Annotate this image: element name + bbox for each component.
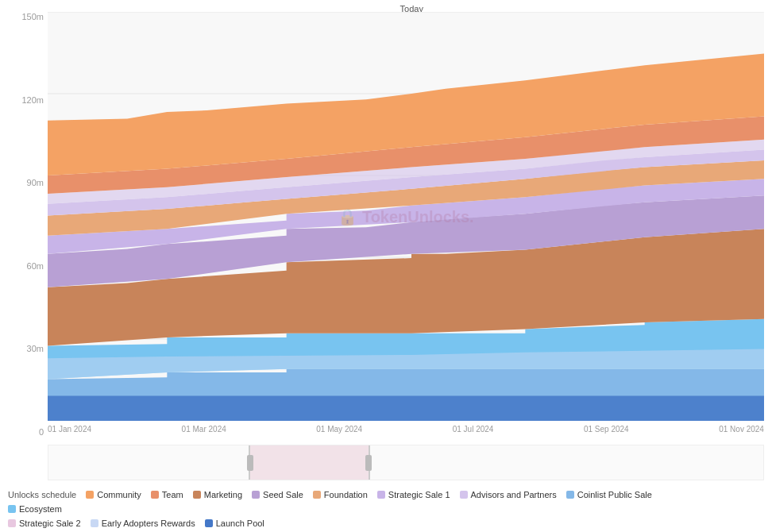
x-label-jul: 01 Jul 2024 (453, 425, 494, 434)
early-adopters-label: Early Adopters Rewards (102, 519, 195, 528)
seed-sale-label: Seed Sale (263, 490, 303, 499)
x-label-nov: 01 Nov 2024 (719, 425, 764, 434)
legend-item-advisors: Advisors and Partners (460, 490, 557, 499)
x-label-sep: 01 Sep 2024 (584, 425, 629, 434)
ecosystem-label: Ecosystem (19, 504, 62, 514)
minimap-selection[interactable] (249, 445, 370, 480)
foundation-label: Foundation (324, 490, 368, 499)
legend-item-strategic-sale-1: Strategic Sale 1 (377, 490, 450, 499)
y-label-60m: 60m (27, 261, 48, 271)
x-axis: 01 Jan 2024 01 Mar 2024 01 May 2024 01 J… (48, 421, 764, 437)
minimap[interactable] (48, 445, 764, 480)
x-label-mar: 01 Mar 2024 (182, 425, 226, 434)
y-axis: 0 30m 60m 90m 120m 150m (8, 12, 48, 437)
y-label-0: 0 (39, 427, 48, 437)
legend-item-launch-pool: Launch Pool (205, 519, 264, 528)
strategic-sale-1-dot (377, 491, 385, 499)
y-label-120m: 120m (21, 95, 48, 105)
chart-svg (48, 12, 764, 421)
y-label-30m: 30m (27, 344, 48, 353)
legend-item-foundation: Foundation (313, 490, 368, 499)
early-adopters-dot (91, 519, 98, 527)
legend: Unlocks schedule Community Team Marketin… (8, 490, 764, 528)
launch-pool-dot (205, 519, 213, 527)
community-dot (86, 491, 94, 499)
community-label: Community (97, 490, 141, 499)
chart-container: Today Chart in UTC + 00:00 Time 0 30m 60… (0, 0, 772, 532)
strategic-sale-2-dot (8, 519, 16, 527)
advisors-label: Advisors and Partners (471, 490, 557, 499)
minimap-left-handle[interactable] (247, 455, 253, 471)
legend-item-ecosystem: Ecosystem (8, 504, 764, 514)
unlocks-schedule-label: Unlocks schedule (8, 490, 76, 499)
marketing-dot (193, 491, 201, 499)
legend-item-team: Team (151, 490, 183, 499)
legend-item-coinlist: Coinlist Public Sale (566, 490, 652, 499)
legend-item-community: Community (86, 490, 141, 499)
legend-item-strategic-sale-2: Strategic Sale 2 (8, 519, 81, 528)
coinlist-label: Coinlist Public Sale (577, 490, 652, 499)
legend-item-seed-sale: Seed Sale (252, 490, 303, 499)
x-label-jan: 01 Jan 2024 (48, 425, 91, 434)
y-label-90m: 90m (27, 178, 48, 187)
seed-sale-dot (252, 491, 260, 499)
legend-item-early-adopters: Early Adopters Rewards (91, 519, 195, 528)
chart-area: 🔒 TokenUnlocks. (48, 12, 764, 421)
minimap-right-handle[interactable] (365, 455, 372, 471)
launch-pool-label: Launch Pool (216, 519, 264, 528)
x-label-may: 01 May 2024 (316, 425, 362, 434)
y-label-150m: 150m (21, 12, 48, 21)
marketing-label: Marketing (204, 490, 242, 499)
ecosystem-dot (8, 505, 16, 513)
team-label: Team (162, 490, 183, 499)
strategic-sale-2-label: Strategic Sale 2 (19, 519, 81, 528)
foundation-dot (313, 491, 321, 499)
coinlist-dot (566, 491, 574, 499)
advisors-dot (460, 491, 468, 499)
team-dot (151, 491, 159, 499)
strategic-sale-1-label: Strategic Sale 1 (388, 490, 450, 499)
legend-item-marketing: Marketing (193, 490, 242, 499)
